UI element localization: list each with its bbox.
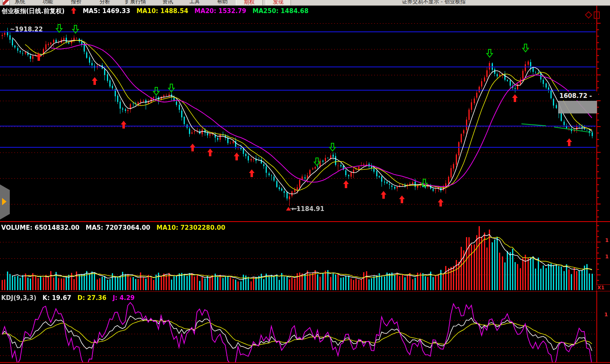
kdj-d-readout: D: 27.36 (78, 294, 106, 302)
ma250-readout: MA250: 1484.68 (253, 7, 308, 15)
menu-item-analysis[interactable]: 分析 (100, 0, 110, 5)
axis-label: 1 (604, 311, 608, 317)
trading-app-window: 系统 功能 报价 分析 扩展行情 资讯 工具 帮助 期权 发现 证券交易不显示 … (0, 0, 610, 364)
menu-item-function[interactable]: 功能 (42, 0, 53, 5)
window-icon[interactable] (594, 11, 600, 19)
volume-ma10-readout: MA10: 72302280.00 (157, 224, 226, 231)
menu-bar: 系统 功能 报价 分析 扩展行情 资讯 工具 帮助 期权 发现 证券交易不显示 … (0, 0, 610, 6)
menu-item-tools[interactable]: 工具 (189, 0, 200, 5)
main-chart-header: 创业板指(日线.前复权) MA5: 1469.33 MA10: 1488.54 … (2, 7, 313, 16)
menu-item-system[interactable]: 系统 (15, 0, 25, 5)
panel-expander[interactable] (0, 184, 10, 220)
volume-ma5-readout: MA5: 72073064.00 (86, 224, 150, 231)
app-logo-icon[interactable] (2, 0, 10, 5)
menu-item-help[interactable]: 帮助 (217, 0, 228, 5)
chart-corner-controls (585, 11, 603, 18)
trend-up-icon (71, 7, 76, 16)
highlight-box (558, 101, 597, 113)
kdj-k-readout: K: 19.67 (42, 294, 71, 302)
menu-item-discover[interactable]: 发现 (266, 0, 291, 6)
expand-arrow-icon (2, 198, 7, 205)
menu-item-options[interactable]: 期权 (236, 0, 263, 6)
low-price-label: ←1184.91 (291, 205, 324, 213)
volume-unit-label: X1 (596, 284, 610, 291)
axis-label: 1 (605, 237, 609, 243)
volume-pane-header: VOLUME: 65014832.00 MA5: 72073064.00 MA1… (1, 224, 229, 231)
menu-item-extended-quote[interactable]: 扩展行情 (125, 0, 146, 5)
axis-label: 1 (605, 253, 609, 260)
kdj-params-label: KDJ(9,3,3) (1, 294, 36, 302)
ma20-readout: MA20: 1532.79 (195, 7, 246, 15)
ma10-readout: MA10: 1488.54 (136, 7, 188, 15)
menu-item-quotes[interactable]: 报价 (71, 0, 82, 5)
chart-canvas[interactable] (0, 0, 610, 364)
ma5-readout: MA5: 1469.33 (83, 7, 131, 15)
window-title: 证券交易不显示 - 创业板指 (402, 0, 466, 5)
kdj-j-readout: J: 4.29 (113, 294, 135, 302)
high-price-label: ~1918.22 (10, 26, 43, 33)
menu-item-news[interactable]: 资讯 (162, 0, 173, 5)
diamond-icon[interactable] (585, 11, 592, 18)
kdj-pane-header: KDJ(9,3,3) K: 19.67 D: 27.36 J: 4.29 (1, 294, 139, 302)
volume-readout: VOLUME: 65014832.00 (1, 224, 80, 231)
chart-title: 创业板指(日线.前复权) (2, 7, 64, 15)
price-tooltip: 1608.72 - 1 (558, 91, 598, 100)
